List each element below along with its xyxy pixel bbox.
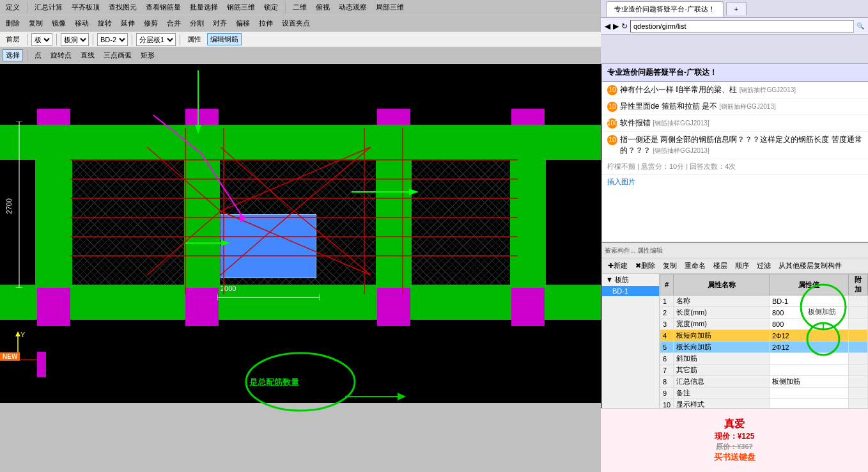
beam-bottom (0, 285, 601, 320)
btn-2d[interactable]: 二维 (290, 1, 310, 13)
prop-tree-bd1[interactable]: BD-1 (602, 286, 659, 296)
prop-row-1-val[interactable]: BD-1 (769, 295, 848, 307)
layer-row: 首层 板 板洞 BD-2 分层板1 属性 编辑钢筋 (0, 32, 601, 47)
btn-rebar-3d[interactable]: 钢筋三维 (224, 1, 258, 13)
btn-set-grip[interactable]: 设置夹点 (279, 17, 313, 29)
btn-line[interactable]: 直线 (77, 49, 98, 61)
btn-copy-other-floor[interactable]: 从其他楼层复制构件 (775, 260, 845, 272)
btn-local-3d[interactable]: 局部三维 (373, 1, 407, 13)
svg-text:Y: Y (20, 331, 26, 338)
sep5 (93, 34, 93, 45)
btn-align[interactable]: 对齐 (210, 17, 230, 29)
dim-2700-container: 2700 (5, 125, 13, 288)
prop-row-5: 5 板长向加筋 2Ф12 (660, 342, 868, 353)
sep8 (27, 50, 27, 61)
btn-rotate[interactable]: 旋转 (95, 17, 115, 29)
ad-content: 真爱 现价：¥125 原价：¥367 买书送键盘 (714, 418, 756, 463)
btn-view-rebar[interactable]: 查看钢筋量 (143, 1, 184, 13)
col-small-bottom (37, 352, 46, 377)
btn-rotate-point[interactable]: 旋转点 (47, 49, 75, 61)
qa-item-1[interactable]: 10 神有什么小一样 咱半常用的梁、柱 [钢筋抽样GGJ2013] (602, 82, 868, 98)
btn-summary[interactable]: 汇总计算 (31, 1, 66, 13)
nav-forward[interactable]: ▶ (613, 22, 619, 31)
dim-2000-label: 2000 (221, 285, 236, 292)
qa-panel: 专业造价问题答疑平台-广联达！ 10 神有什么小一样 咱半常用的梁、柱 [钢筋抽… (602, 64, 868, 243)
prop-toolbar2: ✚新建 ✖删除 复制 重命名 楼层 顺序 过滤 从其他楼层复制构件 (602, 258, 868, 274)
btn-define[interactable]: 定义 (3, 1, 23, 13)
btn-point[interactable]: 点 (31, 49, 45, 61)
btn-prop-filter[interactable]: 过滤 (754, 260, 774, 272)
btn-copy[interactable]: 复制 (26, 17, 46, 29)
qa-item-3[interactable]: 100 软件报错 [钢筋抽样GGJ2013] (602, 115, 868, 132)
btn-trim[interactable]: 修剪 (141, 17, 161, 29)
ad-area[interactable]: 真爱 现价：¥125 原价：¥367 买书送键盘 (601, 408, 868, 472)
btn-lock[interactable]: 锁定 (261, 1, 281, 13)
prop-row-8: 8 汇总信息 板侧加筋 (660, 376, 868, 388)
btn-prop-new[interactable]: ✚新建 (605, 260, 631, 272)
prop-col-add: 附加 (849, 274, 868, 295)
prop-col-value: 属性值 (769, 274, 848, 295)
btn-arc[interactable]: 三点画弧 (100, 49, 135, 61)
btn-offset[interactable]: 偏移 (233, 17, 253, 29)
qa-badge-4: 10 (607, 135, 617, 145)
prop-row-1: 1 名称 BD-1 (660, 295, 868, 307)
btn-prop-order[interactable]: 顺序 (732, 260, 752, 272)
cad-canvas[interactable]: 2000 (0, 64, 601, 403)
browser-tab-active[interactable]: 专业造价问题答疑平台-广联达！ (606, 1, 724, 17)
prop-row-4: 4 板短向加筋 2Ф12 (660, 330, 868, 342)
btn-move[interactable]: 移动 (72, 17, 92, 29)
btn-extend[interactable]: 延伸 (118, 17, 138, 29)
sep6 (132, 34, 132, 45)
btn-properties[interactable]: 属性 (184, 33, 205, 45)
nav-back[interactable]: ◀ (605, 22, 610, 31)
btn-find-elem[interactable]: 查找图元 (105, 1, 140, 13)
nav-refresh[interactable]: ↻ (621, 22, 628, 31)
beam-v-right (510, 125, 546, 288)
toolbar-row2: 删除 复制 镜像 移动 旋转 延伸 修剪 合并 分割 对齐 偏移 拉伸 设置夹点 (0, 15, 601, 32)
qa-text-1: 神有什么小一样 咱半常用的梁、柱 [钢筋抽样GGJ2013] (620, 84, 796, 95)
btn-prop-copy[interactable]: 复制 (660, 260, 680, 272)
btn-edit-rebar[interactable]: 编辑钢筋 (207, 33, 242, 45)
beam-v-mid1 (184, 125, 220, 288)
btn-layer-first[interactable]: 首层 (3, 33, 23, 45)
select-floor[interactable]: 板 (31, 33, 52, 46)
btn-merge[interactable]: 合并 (164, 17, 184, 29)
prop-row-9: 9 备注 (660, 388, 868, 399)
qa-badge-2: 10 (607, 102, 617, 112)
insert-image-link[interactable]: 插入图片 (602, 175, 868, 189)
btn-batch-select[interactable]: 批量选择 (187, 1, 221, 13)
ad-current-price: 现价：¥125 (714, 431, 756, 442)
ad-cta[interactable]: 买书送键盘 (714, 452, 756, 463)
right-panel: 专业造价问题答疑平台-广联达！ 10 神有什么小一样 咱半常用的梁、柱 [钢筋抽… (601, 64, 868, 472)
sep4 (56, 34, 57, 45)
new-badge: NEW (0, 352, 20, 361)
btn-prop-delete[interactable]: ✖删除 (632, 260, 658, 272)
btn-delete[interactable]: 删除 (3, 17, 23, 29)
expand-icon[interactable]: 🔍 (856, 22, 864, 29)
prop-tree-parent[interactable]: ▼ 板筋 (602, 274, 659, 286)
prop-toolbar: 被索构件... 属性编辑 (602, 243, 868, 258)
select-element-type[interactable]: 板洞 (61, 33, 89, 46)
sep2 (285, 2, 286, 13)
btn-rect[interactable]: 矩形 (137, 49, 158, 61)
btn-top-view[interactable]: 俯视 (313, 1, 333, 13)
browser-tab-new[interactable]: + (726, 2, 747, 15)
svg-marker-34 (15, 331, 20, 336)
qa-text-4: 指一侧还是 两侧全部的钢筋信息啊？？？这样定义的钢筋长度 苦度通常的？？？ [钢… (620, 134, 863, 156)
prop-row-3: 3 宽度(mm) 800 (660, 319, 868, 330)
select-bd[interactable]: BD-2 (97, 33, 128, 46)
qa-header: 专业造价问题答疑平台-广联达！ (602, 64, 868, 82)
btn-prop-floor[interactable]: 楼层 (710, 260, 731, 272)
qa-item-4[interactable]: 10 指一侧还是 两侧全部的钢筋信息啊？？？这样定义的钢筋长度 苦度通常的？？？… (602, 132, 868, 159)
url-bar[interactable] (630, 20, 854, 33)
btn-prop-rename[interactable]: 重命名 (681, 260, 709, 272)
btn-split[interactable]: 分割 (187, 17, 207, 29)
btn-dynamic-obs[interactable]: 动态观察 (336, 1, 370, 13)
btn-stretch[interactable]: 拉伸 (256, 17, 276, 29)
select-sublayer[interactable]: 分层板1 (136, 33, 176, 46)
btn-mirror[interactable]: 镜像 (49, 17, 69, 29)
btn-align-top[interactable]: 平齐板顶 (68, 1, 103, 13)
btn-select[interactable]: 选择 (3, 49, 23, 61)
sep3 (27, 34, 27, 45)
qa-item-2[interactable]: 10 异性里面de 箍筋和拉筋 是不 [钢筋抽样GGJ2013] (602, 98, 868, 115)
